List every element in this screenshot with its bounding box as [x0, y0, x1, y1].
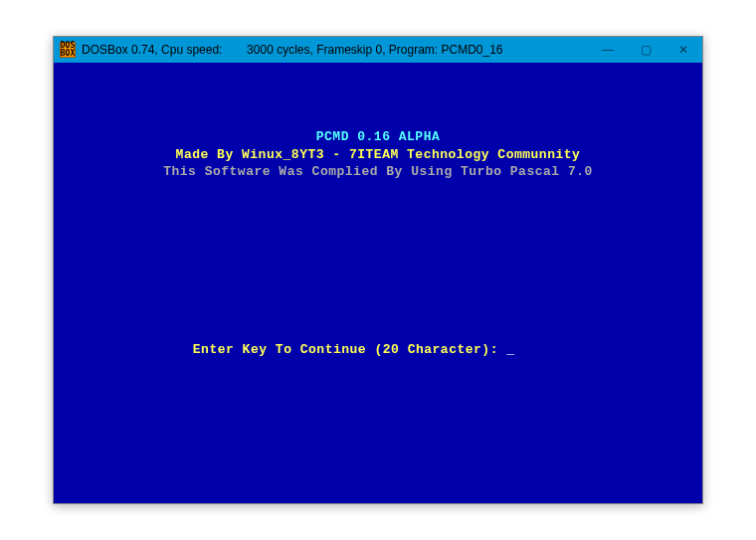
splash-block: PCMD 0.16 ALPHA Made By Winux_8YT3 - 7IT…: [70, 128, 686, 181]
title-segment-1: DOSBox 0.74, Cpu speed:: [82, 43, 222, 57]
splash-compiler: This Software Was Complied By Using Turb…: [70, 163, 686, 181]
maximize-button[interactable]: ▢: [627, 37, 664, 63]
window-title: DOSBox 0.74, Cpu speed: 3000 cycles, Fra…: [82, 43, 503, 57]
prompt-label: Enter Key To Continue (20 Character):: [193, 342, 506, 357]
window-controls: — ▢ ✕: [589, 37, 702, 63]
dosbox-icon: DOSBOX: [60, 42, 76, 58]
dos-screen[interactable]: PCMD 0.16 ALPHA Made By Winux_8YT3 - 7IT…: [54, 63, 702, 503]
key-prompt: Enter Key To Continue (20 Character): _: [143, 323, 515, 376]
close-button[interactable]: ✕: [664, 37, 702, 63]
window-titlebar[interactable]: DOSBOX DOSBox 0.74, Cpu speed: 3000 cycl…: [54, 37, 702, 63]
title-segment-2: 3000 cycles, Frameskip 0, Program: PCMD0…: [247, 43, 502, 57]
dosbox-window: DOSBOX DOSBox 0.74, Cpu speed: 3000 cycl…: [53, 36, 703, 504]
splash-title: PCMD 0.16 ALPHA: [70, 128, 686, 146]
text-cursor: _: [506, 341, 514, 359]
splash-author: Made By Winux_8YT3 - 7ITEAM Technology C…: [70, 146, 686, 164]
minimize-button[interactable]: —: [589, 37, 627, 63]
